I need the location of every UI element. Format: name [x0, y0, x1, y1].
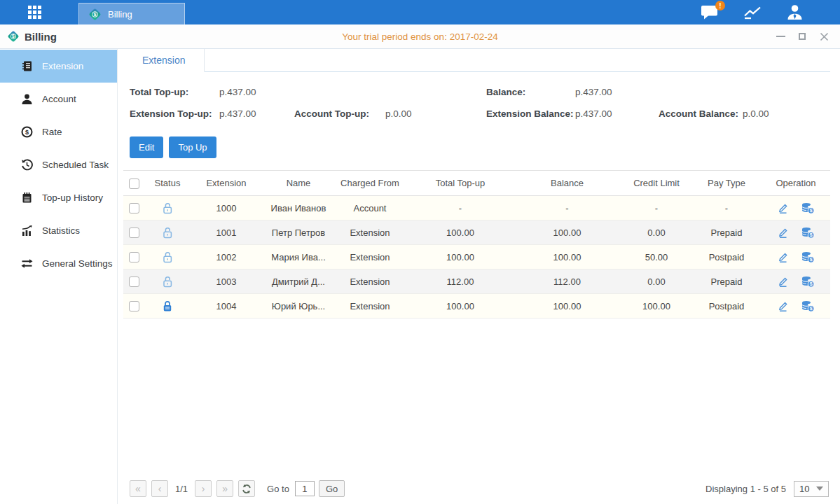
sidebar-item-scheduled-task[interactable]: Scheduled Task — [0, 148, 117, 181]
page-size-select[interactable]: 10 — [794, 481, 829, 497]
charged-from-cell: Extension — [332, 245, 408, 270]
header-balance: Balance — [513, 171, 621, 196]
page-indicator: 1/1 — [175, 484, 188, 494]
billing-diamond-icon: $ — [88, 8, 102, 21]
extension-table: Status Extension Name Charged From Total… — [123, 170, 830, 318]
row-checkbox[interactable] — [129, 301, 139, 312]
balance-cell: 100.00 — [513, 294, 621, 318]
top-up-row-icon[interactable]: $ — [801, 227, 815, 239]
notepad-icon — [21, 192, 33, 204]
displaying-info: Displaying 1 - 5 of 5 — [705, 484, 786, 494]
total-topup-cell: 112.00 — [408, 270, 513, 294]
edit-row-icon[interactable] — [777, 300, 789, 312]
account-balance-label: Account Balance: — [659, 108, 743, 119]
total-topup-cell: 100.00 — [408, 220, 513, 245]
name-cell: Петр Петров — [265, 220, 332, 245]
lock-open-icon — [162, 227, 173, 239]
credit-limit-cell: 0.00 — [621, 220, 691, 245]
resource-monitor-icon[interactable] — [743, 6, 762, 20]
chevron-down-icon — [816, 486, 823, 491]
sidebar-item-general-settings[interactable]: General Settings — [0, 247, 117, 280]
table-row[interactable]: 1004 Юрий Юрь... Extension 100.00 100.00… — [123, 294, 830, 318]
first-page-button[interactable]: « — [130, 480, 146, 497]
top-up-row-icon[interactable]: $ — [801, 202, 815, 214]
total-topup-cell: 100.00 — [408, 294, 513, 318]
messages-icon[interactable]: ! — [701, 5, 719, 20]
extension-topup-value: p.437.00 — [219, 108, 294, 119]
credit-limit-cell: - — [621, 196, 691, 220]
maximize-icon[interactable] — [797, 31, 807, 41]
window-title-bar: $ Billing Your trial period ends on: 201… — [0, 24, 840, 49]
person-icon — [21, 93, 33, 105]
svg-text:$: $ — [810, 232, 813, 238]
row-checkbox[interactable] — [129, 252, 139, 262]
go-button[interactable]: Go — [319, 480, 345, 497]
transfer-arrows-icon — [21, 258, 33, 270]
edit-row-icon[interactable] — [777, 251, 789, 263]
balance-cell: 112.00 — [513, 270, 621, 294]
total-topup-value: p.437.00 — [219, 87, 294, 97]
top-up-row-icon[interactable]: $ — [801, 276, 815, 288]
tab-strip: Extension — [123, 49, 830, 72]
row-checkbox[interactable] — [129, 227, 139, 238]
header-extension: Extension — [188, 171, 265, 196]
balance-cell: 100.00 — [513, 245, 621, 270]
row-checkbox[interactable] — [129, 276, 139, 287]
header-name: Name — [265, 171, 332, 196]
total-topup-label: Total Top-up: — [130, 87, 219, 97]
top-up-row-icon[interactable]: $ — [801, 300, 815, 312]
extension-cell: 1004 — [188, 294, 265, 318]
ledger-icon — [21, 60, 33, 72]
edit-row-icon[interactable] — [777, 276, 789, 288]
sidebar-item-extension[interactable]: Extension — [0, 50, 117, 83]
top-up-row-icon[interactable]: $ — [801, 251, 815, 263]
user-icon[interactable] — [786, 4, 804, 20]
last-page-button[interactable]: » — [216, 480, 233, 497]
app-launcher-grid-icon[interactable] — [28, 6, 41, 19]
billing-diamond-icon: $ — [7, 30, 20, 43]
table-row[interactable]: 1002 Мария Ива... Extension 100.00 100.0… — [123, 245, 830, 270]
table-row[interactable]: 1003 Дмитрий Д... Extension 112.00 112.0… — [123, 270, 830, 294]
sidebar-item-label: Top-up History — [42, 192, 103, 203]
edit-button[interactable]: Edit — [130, 136, 163, 158]
billing-app-tab[interactable]: $ Billing — [78, 3, 185, 24]
charged-from-cell: Account — [332, 196, 408, 220]
trial-notice: Your trial period ends on: 2017-02-24 — [0, 31, 840, 42]
balance-cell: 100.00 — [513, 220, 621, 245]
minimize-icon[interactable] — [776, 31, 785, 41]
total-topup-cell: - — [408, 196, 513, 220]
previous-page-button[interactable]: ‹ — [151, 480, 168, 497]
extension-cell: 1002 — [188, 245, 265, 270]
pay-type-cell: Postpaid — [691, 294, 762, 318]
select-all-checkbox[interactable] — [129, 178, 139, 189]
extension-balance-label: Extension Balance: — [486, 108, 575, 119]
pay-type-cell: Postpaid — [691, 245, 762, 270]
next-page-button[interactable]: › — [195, 480, 212, 497]
sidebar-item-statistics[interactable]: Statistics — [0, 214, 117, 247]
lock-open-icon — [162, 276, 173, 288]
dollar-circle-icon: $ — [21, 126, 33, 138]
sidebar-item-account[interactable]: Account — [0, 83, 117, 115]
balance-label: Balance: — [486, 87, 575, 97]
top-up-button[interactable]: Top Up — [169, 136, 216, 158]
edit-row-icon[interactable] — [777, 227, 789, 239]
tab-extension[interactable]: Extension — [123, 49, 205, 72]
table-row[interactable]: 1000 Иван Иванов Account - - - - — [123, 196, 830, 220]
table-row[interactable]: 1001 Петр Петров Extension 100.00 100.00… — [123, 220, 830, 245]
refresh-button[interactable] — [238, 480, 255, 497]
top-bar: $ Billing ! — [0, 0, 840, 24]
header-charged-from: Charged From — [332, 171, 408, 196]
sidebar-item-label: Scheduled Task — [42, 160, 109, 170]
credit-limit-cell: 50.00 — [621, 245, 691, 270]
goto-page-input[interactable] — [295, 481, 315, 496]
table-header-row: Status Extension Name Charged From Total… — [123, 171, 830, 196]
sidebar-item-topup-history[interactable]: Top-up History — [0, 181, 117, 214]
goto-label: Go to — [267, 484, 289, 494]
charged-from-cell: Extension — [332, 294, 408, 318]
sidebar-item-rate[interactable]: $ Rate — [0, 115, 117, 148]
edit-row-icon[interactable] — [777, 202, 789, 214]
pay-type-cell: Prepaid — [691, 220, 762, 245]
header-operation: Operation — [762, 171, 830, 196]
row-checkbox[interactable] — [129, 203, 139, 214]
close-icon[interactable] — [819, 31, 829, 41]
